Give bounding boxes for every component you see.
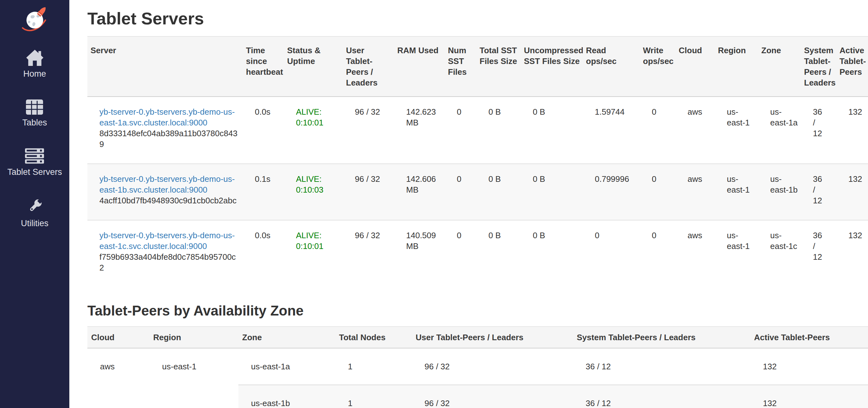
sidebar-item-utilities[interactable]: Utilities bbox=[21, 198, 49, 228]
col-cloud: Cloud bbox=[676, 36, 715, 97]
sidebar-item-tablet-servers[interactable]: Tablet Servers bbox=[7, 148, 62, 177]
table-header-row: Cloud Region Zone Total Nodes User Table… bbox=[87, 327, 868, 348]
sidebar-item-tables[interactable]: Tables bbox=[22, 99, 47, 127]
az-row: aws us-east-1 us-east-1a 1 96 / 32 36 / … bbox=[87, 348, 868, 385]
yugabytedb-logo[interactable] bbox=[21, 0, 49, 50]
system-tablet-peers-cell: 36 / 12 bbox=[573, 385, 750, 408]
table-header-row: Server Time since heartbeat Status & Upt… bbox=[87, 36, 868, 97]
sidebar-item-label: Tables bbox=[22, 118, 47, 127]
col-status: Status & Uptime bbox=[284, 36, 343, 97]
num-sst-cell: 0 bbox=[445, 164, 476, 220]
utilities-icon bbox=[26, 198, 43, 215]
uncompressed-sst-cell: 0 B bbox=[521, 220, 583, 287]
sidebar-item-home[interactable]: Home bbox=[23, 50, 46, 79]
active-tablet-peers-cell: 132 bbox=[750, 348, 868, 385]
system-tablet-peers-cell: 36 / 12 bbox=[801, 164, 836, 220]
cloud-cell: aws bbox=[676, 220, 715, 287]
zone-cell: us-east-1a bbox=[238, 348, 335, 385]
server-uuid: f759b6933a404bfe8d0c7854b95700c2 bbox=[99, 252, 240, 273]
col-region: Region bbox=[715, 36, 758, 97]
col-zone: Zone bbox=[238, 327, 335, 348]
active-tablet-peers-cell: 132 bbox=[836, 220, 868, 287]
server-uuid: 4acff10bd7fb4948930c9d1cb0cb2abc bbox=[99, 195, 240, 206]
sidebar-item-label: Tablet Servers bbox=[7, 167, 62, 177]
col-user-tablet-peers: User Tablet-Peers / Leaders bbox=[412, 327, 573, 348]
col-ram: RAM Used bbox=[394, 36, 445, 97]
status-cell: ALIVE: 0:10:01 bbox=[284, 97, 343, 164]
uncompressed-sst-cell: 0 B bbox=[521, 97, 583, 164]
zone-cell: us-east-1a bbox=[758, 97, 801, 164]
region-cell: us-east-1 bbox=[715, 97, 758, 164]
write-ops-cell: 0 bbox=[640, 164, 676, 220]
tablet-servers-table: Server Time since heartbeat Status & Upt… bbox=[87, 36, 868, 287]
user-tablet-peers-cell: 96 / 32 bbox=[412, 385, 573, 408]
zone-cell: us-east-1b bbox=[758, 164, 801, 220]
col-uncompressed-sst: Uncompressed SST Files Size bbox=[521, 36, 583, 97]
col-server: Server bbox=[87, 36, 243, 97]
zone-cell: us-east-1b bbox=[238, 385, 335, 408]
tserver-row: yb-tserver-0.yb-tservers.yb-demo-us-east… bbox=[87, 220, 868, 287]
ram-cell: 142.606 MB bbox=[394, 164, 445, 220]
active-tablet-peers-cell: 132 bbox=[750, 385, 868, 408]
active-tablet-peers-cell: 132 bbox=[836, 164, 868, 220]
server-cell: yb-tserver-0.yb-tservers.yb-demo-us-east… bbox=[87, 97, 243, 164]
sidebar-item-label: Home bbox=[23, 69, 46, 79]
col-zone: Zone bbox=[758, 36, 801, 97]
col-num-sst: Num SST Files bbox=[445, 36, 476, 97]
user-tablet-peers-cell: 96 / 32 bbox=[343, 97, 394, 164]
tserver-row: yb-tserver-0.yb-tservers.yb-demo-us-east… bbox=[87, 164, 868, 220]
ram-cell: 140.509 MB bbox=[394, 220, 445, 287]
cloud-cell: aws bbox=[676, 97, 715, 164]
col-read-ops: Read ops/sec bbox=[583, 36, 640, 97]
cloud-cell: aws bbox=[87, 348, 149, 408]
region-cell: us-east-1 bbox=[149, 348, 238, 408]
col-system-tablet-peers: System Tablet-Peers / Leaders bbox=[801, 36, 836, 97]
user-tablet-peers-cell: 96 / 32 bbox=[343, 220, 394, 287]
system-tablet-peers-cell: 36 / 12 bbox=[801, 220, 836, 287]
col-cloud: Cloud bbox=[87, 327, 149, 348]
tserver-row: yb-tserver-0.yb-tservers.yb-demo-us-east… bbox=[87, 97, 868, 164]
system-tablet-peers-cell: 36 / 12 bbox=[573, 348, 750, 385]
sidebar-item-label: Utilities bbox=[21, 218, 49, 228]
tables-icon bbox=[26, 99, 43, 115]
uncompressed-sst-cell: 0 B bbox=[521, 164, 583, 220]
sidebar: Home Tables Tablet Servers bbox=[0, 0, 69, 408]
page-title: Tablet Servers bbox=[87, 9, 868, 28]
num-sst-cell: 0 bbox=[445, 220, 476, 287]
globe-rocket-logo-icon bbox=[21, 5, 49, 33]
region-cell: us-east-1 bbox=[715, 164, 758, 220]
az-section-title: Tablet-Peers by Availability Zone bbox=[87, 303, 868, 319]
server-cell: yb-tserver-0.yb-tservers.yb-demo-us-east… bbox=[87, 164, 243, 220]
total-sst-cell: 0 B bbox=[476, 164, 521, 220]
server-uuid: 8d333148efc04ab389a11b03780c8439 bbox=[99, 128, 240, 149]
user-tablet-peers-cell: 96 / 32 bbox=[412, 348, 573, 385]
status-cell: ALIVE: 0:10:01 bbox=[284, 220, 343, 287]
heartbeat-cell: 0.0s bbox=[243, 97, 284, 164]
col-total-nodes: Total Nodes bbox=[335, 327, 412, 348]
col-user-tablet-peers: User Tablet-Peers / Leaders bbox=[343, 36, 394, 97]
total-nodes-cell: 1 bbox=[335, 348, 412, 385]
status-cell: ALIVE: 0:10:03 bbox=[284, 164, 343, 220]
col-active-tablet-peers: Active Tablet-Peers bbox=[836, 36, 868, 97]
write-ops-cell: 0 bbox=[640, 220, 676, 287]
ram-cell: 142.623 MB bbox=[394, 97, 445, 164]
total-nodes-cell: 1 bbox=[335, 385, 412, 408]
col-write-ops: Write ops/sec bbox=[640, 36, 676, 97]
server-cell: yb-tserver-0.yb-tservers.yb-demo-us-east… bbox=[87, 220, 243, 287]
server-link[interactable]: yb-tserver-0.yb-tservers.yb-demo-us-east… bbox=[99, 231, 235, 251]
server-link[interactable]: yb-tserver-0.yb-tservers.yb-demo-us-east… bbox=[99, 174, 235, 195]
heartbeat-cell: 0.1s bbox=[243, 164, 284, 220]
zone-cell: us-east-1c bbox=[758, 220, 801, 287]
user-tablet-peers-cell: 96 / 32 bbox=[343, 164, 394, 220]
total-sst-cell: 0 B bbox=[476, 220, 521, 287]
region-cell: us-east-1 bbox=[715, 220, 758, 287]
col-system-tablet-peers: System Tablet-Peers / Leaders bbox=[573, 327, 750, 348]
col-heartbeat: Time since heartbeat bbox=[243, 36, 284, 97]
server-link[interactable]: yb-tserver-0.yb-tservers.yb-demo-us-east… bbox=[99, 107, 235, 127]
home-icon bbox=[26, 50, 44, 66]
cloud-cell: aws bbox=[676, 164, 715, 220]
col-region: Region bbox=[149, 327, 238, 348]
tablet-peers-by-az-table: Cloud Region Zone Total Nodes User Table… bbox=[87, 326, 868, 408]
read-ops-cell: 0.799996 bbox=[583, 164, 640, 220]
read-ops-cell: 1.59744 bbox=[583, 97, 640, 164]
